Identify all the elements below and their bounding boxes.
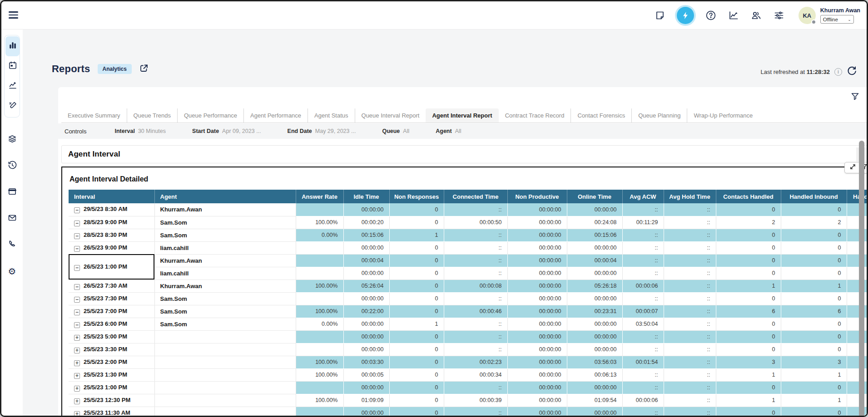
cell-contacts_handled[interactable]: 0 xyxy=(716,292,781,305)
cell-agent[interactable]: liam.cahill xyxy=(154,267,296,280)
cell-non_productive[interactable]: 00:00:00 xyxy=(507,343,567,356)
tab-queue-performance[interactable]: Queue Performance xyxy=(177,108,243,123)
cell-non_productive[interactable]: 00:00:00 xyxy=(507,292,567,305)
cell-handled_inbound[interactable]: 0 xyxy=(781,267,847,280)
cell-avg_acw[interactable]: :: xyxy=(622,267,664,280)
cell-connected_time[interactable]: :: xyxy=(444,407,507,417)
agent-interval-visual[interactable]: Agent Interval Detailed IntervalAgentAns… xyxy=(61,167,868,417)
info-icon[interactable]: i xyxy=(834,68,842,76)
cell-non_productive[interactable]: 00:00:00 xyxy=(507,330,567,343)
sidebar-item-settings[interactable]: ⚙ xyxy=(5,265,19,278)
cell-handled_inbound[interactable]: 0 xyxy=(781,330,847,343)
cell-agent[interactable]: Sam.Som xyxy=(154,292,296,305)
cell-handled_inbound[interactable]: 0 xyxy=(781,381,847,394)
cell-idle_time[interactable]: 00:22:00 xyxy=(343,305,389,318)
cell-contacts_handled[interactable]: 1 xyxy=(716,368,781,381)
collapse-toggle-icon[interactable]: − xyxy=(74,265,80,271)
cell-answer_rate[interactable] xyxy=(296,343,343,356)
cell-handled_inbound[interactable]: 6 xyxy=(781,305,847,318)
collapse-toggle-icon[interactable]: − xyxy=(74,322,80,328)
cell-non_responses[interactable]: 0 xyxy=(389,241,444,254)
cell-contacts_handled[interactable]: 0 xyxy=(716,254,781,267)
cell-interval[interactable]: −25/5/23 6:00 PM xyxy=(69,318,154,330)
cell-interval[interactable]: +25/5/23 2:00 PM xyxy=(69,356,154,368)
cell-avg_hold_time[interactable]: :: xyxy=(664,381,716,394)
cell-interval[interactable]: −29/5/23 8:30 AM xyxy=(69,203,154,216)
cell-handled_outbound[interactable] xyxy=(847,343,868,356)
cell-handled_outbound[interactable] xyxy=(847,330,868,343)
cell-online_time[interactable]: 01:09:54 xyxy=(567,394,622,407)
collapse-toggle-icon[interactable]: − xyxy=(74,246,80,252)
cell-interval[interactable]: +25/5/23 5:00 PM xyxy=(69,330,154,343)
column-header-non_responses[interactable]: Non Responses xyxy=(389,190,444,203)
cell-avg_acw[interactable]: :: xyxy=(622,292,664,305)
cell-agent[interactable]: Khurram.Awan xyxy=(154,254,296,267)
cell-avg_hold_time[interactable]: :: xyxy=(664,407,716,417)
cell-non_productive[interactable]: 00:00:00 xyxy=(507,318,567,330)
expand-toggle-icon[interactable]: + xyxy=(74,360,80,366)
cell-avg_acw[interactable]: :: xyxy=(622,368,664,381)
column-header-avg_acw[interactable]: Avg ACW xyxy=(622,190,664,203)
cell-non_responses[interactable]: 0 xyxy=(389,343,444,356)
cell-handled_inbound[interactable]: 0 xyxy=(781,241,847,254)
cell-non_productive[interactable]: 00:00:00 xyxy=(507,280,567,292)
cell-idle_time[interactable]: 00:00:05 xyxy=(343,368,389,381)
cell-answer_rate[interactable]: 100.00% xyxy=(296,368,343,381)
cell-interval[interactable]: −26/5/23 9:00 PM xyxy=(69,241,154,254)
sidebar-item-schedule[interactable] xyxy=(5,56,20,76)
sliders-icon[interactable] xyxy=(773,10,785,21)
cell-avg_acw[interactable]: 00:01:54 xyxy=(622,356,664,368)
cell-handled_outbound[interactable] xyxy=(847,381,868,394)
sidebar-item-reports[interactable] xyxy=(5,36,20,56)
cell-agent[interactable]: Sam.Som xyxy=(154,216,296,229)
cell-handled_inbound[interactable]: 0 xyxy=(781,292,847,305)
cell-handled_outbound[interactable] xyxy=(847,229,868,241)
cell-online_time[interactable]: 00:23:31 xyxy=(567,305,622,318)
cell-online_time[interactable]: 00:00:00 xyxy=(567,330,622,343)
cell-agent[interactable] xyxy=(154,368,296,381)
cell-non_responses[interactable]: 0 xyxy=(389,280,444,292)
tab-agent-interval-report[interactable]: Agent Interval Report xyxy=(426,108,498,123)
cell-online_time[interactable]: 00:00:00 xyxy=(567,203,622,216)
cell-idle_time[interactable]: 00:00:00 xyxy=(343,267,389,280)
cell-avg_hold_time[interactable]: :: xyxy=(664,241,716,254)
page-scrollbar-thumb[interactable] xyxy=(859,141,864,417)
cell-online_time[interactable]: 00:00:00 xyxy=(567,292,622,305)
cell-online_time[interactable]: 00:00:04 xyxy=(567,254,622,267)
collapse-toggle-icon[interactable]: − xyxy=(74,309,80,315)
cell-avg_acw[interactable]: :: xyxy=(622,254,664,267)
column-header-connected_time[interactable]: Connected Time xyxy=(444,190,507,203)
cell-contacts_handled[interactable]: 0 xyxy=(716,229,781,241)
expand-toggle-icon[interactable]: + xyxy=(74,398,80,404)
collapse-toggle-icon[interactable]: − xyxy=(74,221,80,226)
cell-avg_hold_time[interactable]: :: xyxy=(664,330,716,343)
cell-non_responses[interactable]: 0 xyxy=(389,292,444,305)
cell-idle_time[interactable]: 00:00:20 xyxy=(343,216,389,229)
column-header-contacts_handled[interactable]: Contacts Handled xyxy=(716,190,781,203)
cell-handled_outbound[interactable] xyxy=(847,407,868,417)
sidebar-item-insights[interactable] xyxy=(5,76,20,96)
column-header-non_productive[interactable]: Non Productive xyxy=(507,190,567,203)
contacts-icon[interactable] xyxy=(750,10,762,21)
cell-connected_time[interactable]: 00:00:34 xyxy=(444,368,507,381)
cell-avg_acw[interactable]: :: xyxy=(622,343,664,356)
cell-non_productive[interactable]: 00:00:00 xyxy=(507,394,567,407)
control-end-date[interactable]: End DateMay 29, 2023 ... xyxy=(288,128,356,134)
cell-avg_hold_time[interactable]: :: xyxy=(664,343,716,356)
cell-idle_time[interactable]: 00:00:00 xyxy=(343,292,389,305)
sidebar-item-layers[interactable] xyxy=(5,133,19,147)
cell-handled_inbound[interactable]: 1 xyxy=(781,280,847,292)
cell-non_productive[interactable]: 00:00:00 xyxy=(507,381,567,394)
insights-icon[interactable] xyxy=(728,10,739,21)
cell-avg_acw[interactable]: :: xyxy=(622,407,664,417)
cell-online_time[interactable]: 00:15:06 xyxy=(567,229,622,241)
cell-online_time[interactable]: 00:00:00 xyxy=(567,343,622,356)
cell-non_responses[interactable]: 0 xyxy=(389,407,444,417)
cell-online_time[interactable]: 00:00:00 xyxy=(567,241,622,254)
cell-idle_time[interactable]: 00:00:00 xyxy=(343,330,389,343)
cell-contacts_handled[interactable]: 0 xyxy=(716,241,781,254)
cell-contacts_handled[interactable]: 1 xyxy=(716,280,781,292)
focus-mode-icon[interactable] xyxy=(849,163,856,172)
cell-answer_rate[interactable] xyxy=(296,254,343,267)
cell-contacts_handled[interactable]: 0 xyxy=(716,267,781,280)
